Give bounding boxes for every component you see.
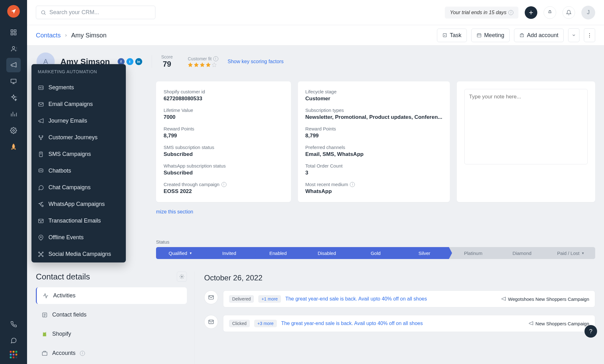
nav-contacts[interactable]: ⋮ — [6, 41, 21, 56]
flyout-item-email-campaigns[interactable]: Email Campaigns — [31, 96, 126, 113]
detail-tab-accounts[interactable]: Accounts i — [36, 345, 187, 361]
info-icon[interactable]: i — [350, 182, 355, 187]
nav-rail: ⋮ ⋮ ⋮ ⋮ — [0, 0, 27, 364]
nav-app-switcher[interactable] — [8, 350, 19, 360]
stage-paid-lost[interactable]: Paid / Lost▼ — [546, 247, 595, 259]
details-card-1: Shopify customer id6272088080533Lifetime… — [156, 81, 291, 202]
chevron-right-icon: › — [65, 32, 67, 38]
more-actions-button[interactable]: ⋮ — [584, 28, 595, 42]
field-most-recent-medium: Most recent medium iWhatsApp — [305, 182, 442, 195]
breadcrumb-current: Amy Simson — [71, 32, 106, 39]
more-chip[interactable]: +3 more — [254, 320, 277, 327]
detail-tab-activities[interactable]: Activities — [36, 287, 187, 304]
flyout-item-offline-events[interactable]: Offline Events — [31, 229, 126, 246]
stage-diamond[interactable]: Diamond — [498, 247, 546, 259]
twitter-icon[interactable]: t — [126, 58, 133, 65]
event-tag: Clicked — [229, 320, 250, 327]
nav-reports[interactable]: ⋮ — [6, 107, 21, 121]
timeline-card[interactable]: Delivered+1 moreThe great year-end sale … — [223, 290, 595, 307]
flyout-item-chatbots[interactable]: Chatbots — [31, 163, 126, 179]
contact-details-title: Contact details — [36, 272, 90, 282]
scoring-factors-link[interactable]: Show key scoring factors — [228, 59, 284, 64]
customize-section-link[interactable]: mize this section — [156, 209, 604, 215]
flyout-item-chat-campaigns[interactable]: Chat Campaigns — [31, 179, 126, 196]
flyout-item-customer-journeys[interactable]: Customer Journeys — [31, 129, 126, 146]
stage-enabled[interactable]: Enabled — [254, 247, 302, 259]
svg-point-24 — [40, 170, 41, 171]
flyout-item-segments[interactable]: Segments — [31, 79, 126, 96]
breadcrumb-bar: Contacts › Amy Simson Task Meeting Add a… — [27, 25, 604, 46]
score-block: Score 79 — [161, 54, 173, 69]
add-account-dropdown[interactable] — [568, 28, 579, 42]
flyout-item-journey-emails[interactable]: Journey Emails — [31, 113, 126, 129]
info-icon[interactable]: i — [221, 182, 226, 187]
info-icon[interactable]: i — [508, 10, 513, 15]
alerts-button[interactable] — [544, 6, 556, 19]
flyout-item-social-media-campaigns[interactable]: Social Media Campaigns — [31, 246, 126, 262]
info-icon[interactable]: i — [80, 351, 85, 356]
status-pipeline: Qualified▼InvitedEnabledDisabledGoldSilv… — [156, 247, 595, 259]
nav-phone[interactable] — [6, 317, 21, 331]
nav-ai[interactable]: ⋮ — [6, 91, 21, 105]
timeline-card[interactable]: Clicked+3 moreThe great year-end sale is… — [223, 315, 595, 332]
more-chip[interactable]: +1 more — [258, 295, 281, 303]
detail-tab-contact-fields[interactable]: Contact fields — [36, 306, 187, 323]
svg-point-28 — [40, 236, 41, 237]
star-icon — [188, 62, 193, 67]
field-preferred-channels: Preferred channelsEmail, SMS, WhatsApp — [305, 145, 442, 157]
details-settings-button[interactable] — [177, 272, 187, 282]
add-account-button[interactable]: Add account — [514, 29, 564, 42]
field-reward-points: Reward Points8,799 — [305, 126, 442, 139]
svg-rect-16 — [39, 86, 43, 90]
breadcrumb-root[interactable]: Contacts — [36, 32, 61, 39]
star-icon — [200, 62, 205, 67]
status-label: Status — [156, 239, 595, 245]
field-created-through-campaign: Created through campaign iEOSS 2022 — [164, 182, 283, 195]
stage-invited[interactable]: Invited — [205, 247, 254, 259]
nav-chat[interactable] — [6, 333, 21, 348]
detail-tab-shopify[interactable]: Shopify — [36, 326, 187, 342]
svg-rect-0 — [11, 30, 13, 32]
svg-rect-13 — [42, 352, 47, 355]
brand-logo[interactable] — [7, 5, 20, 18]
campaign-name[interactable]: Wegotshoes New Shoppers Campaign — [501, 296, 589, 302]
linkedin-icon[interactable]: in — [135, 58, 142, 65]
add-button[interactable]: + — [525, 6, 537, 19]
help-button[interactable]: ? — [584, 325, 597, 338]
search-input[interactable]: Search your CRM... — [36, 6, 155, 19]
notifications-button[interactable] — [562, 6, 575, 19]
star-icon — [206, 62, 211, 67]
nav-rocket[interactable] — [6, 140, 21, 154]
svg-point-7 — [42, 11, 45, 14]
stage-qualified[interactable]: Qualified▼ — [156, 247, 205, 259]
field-subscription-types: Subscription typesNewsletter, Promotiona… — [305, 108, 442, 120]
note-textarea[interactable] — [464, 89, 588, 164]
email-subject[interactable]: The great year-end sale is back. Avail u… — [281, 321, 524, 326]
svg-rect-1 — [14, 30, 16, 32]
flyout-item-whatsapp-campaigns[interactable]: WhatsApp Campaigns — [31, 196, 126, 212]
stage-platinum[interactable]: Platinum — [449, 247, 498, 259]
nav-dashboard[interactable] — [6, 25, 21, 40]
marketing-flyout: MARKETING AUTOMATION SegmentsEmail Campa… — [31, 64, 126, 262]
meeting-button[interactable]: Meeting — [471, 29, 510, 42]
stage-silver[interactable]: Silver — [400, 247, 449, 259]
stage-gold[interactable]: Gold — [351, 247, 400, 259]
task-button[interactable]: Task — [437, 29, 467, 42]
info-icon[interactable]: i — [213, 56, 218, 61]
svg-point-21 — [40, 139, 41, 140]
user-avatar[interactable]: J — [581, 6, 595, 19]
stage-disabled[interactable]: Disabled — [302, 247, 351, 259]
nav-marketing[interactable]: ⋮ — [6, 58, 21, 72]
nav-analytics[interactable] — [6, 74, 21, 89]
flyout-item-transactional-emails[interactable]: Transactional Emails — [31, 212, 126, 229]
star-icon — [212, 62, 217, 67]
note-card — [457, 81, 595, 202]
flyout-item-sms-campaigns[interactable]: SMS Campaigns — [31, 146, 126, 163]
nav-settings[interactable] — [6, 123, 21, 138]
email-subject[interactable]: The great year-end sale is back. Avail u… — [285, 296, 497, 302]
trial-badge: Your trial ends in 15 days i — [445, 7, 518, 19]
campaign-name[interactable]: New Shoppers Campaign — [528, 321, 589, 326]
search-icon — [41, 10, 46, 15]
svg-rect-18 — [39, 102, 43, 106]
field-sms-subscription-status: SMS subscription statusSubscribed — [164, 145, 283, 157]
